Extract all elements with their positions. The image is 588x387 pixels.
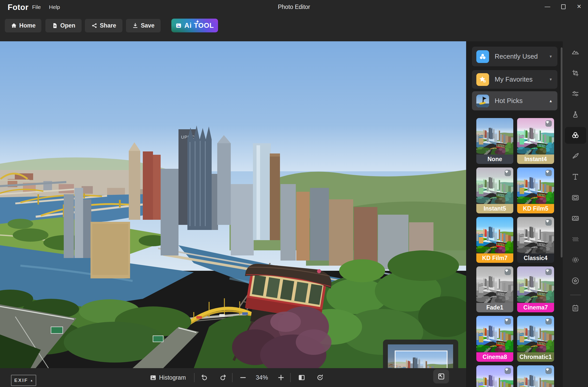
open-file-icon (52, 22, 58, 29)
save-label: Save (141, 22, 155, 29)
pro-badge (505, 269, 511, 275)
filters-icon[interactable] (565, 127, 586, 144)
chevron-up-icon: ▴ (549, 98, 552, 104)
effects-icon[interactable] (565, 104, 586, 125)
undo-button[interactable] (199, 372, 210, 383)
save-icon (132, 22, 138, 29)
filter-tile-kd-film5[interactable]: KD Film5 (517, 167, 554, 213)
maximize-icon (561, 4, 566, 9)
filter-preview (517, 118, 554, 154)
filter-tile-fade1[interactable]: Fade1 (476, 266, 513, 312)
recently-used-icon (476, 50, 489, 63)
open-button[interactable]: Open (45, 19, 82, 32)
chevron-down-icon: ▾ (549, 54, 552, 59)
home-icon (11, 22, 17, 29)
redo-icon (219, 374, 227, 381)
diamond-icon (545, 170, 549, 174)
filter-tile-instant5[interactable]: Instant5 (476, 167, 513, 213)
filter-tile-partial[interactable] (476, 365, 513, 387)
pro-badge (545, 120, 552, 127)
filter-tile-classic4[interactable]: Classic4 (517, 217, 554, 263)
texture-icon[interactable] (565, 229, 586, 250)
diamond-icon (505, 318, 509, 322)
sparkle-icon: ✦ (196, 19, 199, 24)
filter-tile-instant4[interactable]: Instant4 (517, 118, 554, 164)
filter-tile-cinema7[interactable]: Cinema7 (517, 266, 554, 312)
redo-button[interactable] (218, 372, 228, 383)
pro-badge (545, 219, 552, 226)
minimize-button[interactable]: — (543, 2, 552, 11)
bottom-bar: EXIF ▲ Histogram 34% (0, 368, 466, 387)
filter-tile-chromatic1[interactable]: Chromatic1 (517, 316, 554, 362)
maximize-button[interactable] (559, 2, 568, 11)
filter-preview (517, 266, 554, 303)
section-label: Recently Used (495, 53, 549, 60)
adjust-icon[interactable] (565, 83, 586, 104)
section-hot-picks[interactable]: Hot Picks ▴ (472, 91, 557, 110)
pro-badge (505, 170, 511, 176)
exif-collapse-icon: ▲ (30, 379, 33, 382)
share-label: Share (100, 22, 116, 29)
photo-canvas[interactable] (0, 41, 466, 368)
notes-icon[interactable] (565, 298, 586, 319)
filter-preview (517, 167, 554, 204)
histogram-icon (150, 374, 157, 381)
hot-picks-thumbnail (476, 95, 489, 107)
ai-tool-button[interactable]: ✦ Ai TOOL (171, 19, 218, 32)
filter-name-label: None (476, 154, 513, 164)
diamond-icon (505, 170, 509, 174)
fit-screen-icon (437, 372, 445, 380)
panel-scrollbar[interactable] (561, 47, 563, 257)
window-title: Photo Editor (0, 4, 588, 10)
diamond-icon (505, 368, 509, 372)
histogram-label: Histogram (159, 374, 186, 381)
zoom-level-value: 34% (256, 368, 268, 387)
reset-button[interactable] (315, 372, 325, 383)
vignette-icon[interactable] (565, 250, 586, 270)
pattern-icon[interactable] (565, 208, 586, 229)
diamond-icon (545, 269, 549, 273)
save-button[interactable]: Save (126, 19, 161, 32)
section-my-favorites[interactable]: My Favorites ▾ (472, 70, 557, 89)
filter-name-label: Cinema8 (476, 352, 513, 362)
home-button[interactable]: Home (5, 19, 41, 32)
filter-tile-grid: None Instant4 Instant5 KD Film5 KD Film7 (476, 118, 554, 387)
filters-panel: Recently Used ▾ My Favorites ▾ Hot Picks… (466, 41, 563, 387)
filter-preview (517, 316, 554, 352)
filter-name-label: Instant5 (476, 204, 513, 213)
text-icon[interactable] (565, 166, 586, 187)
filter-tile-cinema8[interactable]: Cinema8 (476, 316, 513, 362)
zoom-out-button[interactable] (238, 372, 248, 383)
sticker-icon[interactable] (565, 270, 586, 291)
plus-icon (277, 374, 285, 381)
scenes-icon[interactable] (565, 42, 586, 63)
filter-preview (476, 316, 513, 352)
fit-screen-button[interactable] (433, 369, 449, 383)
filter-tile-none[interactable]: None (476, 118, 513, 164)
photo-image (0, 41, 466, 368)
filter-name-label: Classic4 (517, 253, 554, 263)
crop-icon[interactable] (565, 63, 586, 84)
filter-tile-partial[interactable] (517, 365, 554, 387)
filter-name-label: Cinema7 (517, 303, 554, 312)
filter-preview (476, 266, 513, 303)
diamond-icon (545, 219, 549, 223)
share-icon (91, 22, 98, 29)
section-recently-used[interactable]: Recently Used ▾ (472, 47, 557, 66)
compare-button[interactable] (296, 372, 307, 383)
zoom-in-button[interactable] (276, 372, 286, 383)
beauty-icon[interactable] (565, 146, 586, 167)
chevron-down-icon: ▾ (549, 77, 552, 82)
frame-icon[interactable] (565, 187, 586, 208)
close-button[interactable]: ✕ (575, 2, 583, 11)
section-label: Hot Picks (495, 97, 549, 105)
diamond-icon (505, 269, 509, 273)
undo-icon (200, 374, 208, 381)
filter-tile-kd-film7[interactable]: KD Film7 (476, 217, 513, 263)
exif-button[interactable]: EXIF ▲ (11, 375, 36, 386)
open-label: Open (60, 22, 75, 29)
filter-preview (476, 167, 513, 204)
share-button[interactable]: Share (85, 19, 122, 32)
histogram-toggle[interactable]: Histogram (150, 368, 186, 387)
filter-name-label: KD Film5 (517, 204, 554, 213)
